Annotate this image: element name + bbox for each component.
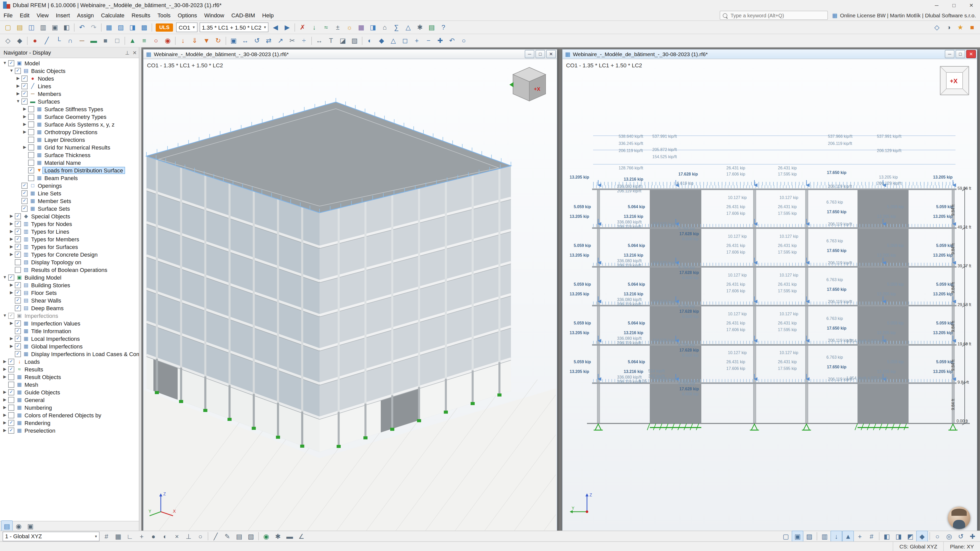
scale-objects-button[interactable]: ↗ <box>275 35 286 46</box>
move-objects-button[interactable]: ↔ <box>239 35 251 46</box>
tree-item-general[interactable]: ▶▦General <box>0 396 139 403</box>
printout-report-button[interactable]: ▣ <box>49 22 61 33</box>
tree-expander[interactable]: ▶ <box>22 145 27 149</box>
rotate-objects-button[interactable]: ↺ <box>251 35 263 46</box>
new-model-button[interactable]: ▢ <box>2 22 14 33</box>
show-results-button[interactable]: ≈ <box>320 22 332 33</box>
tree-checkbox[interactable]: ✓ <box>21 75 27 81</box>
tree-checkbox[interactable] <box>28 159 34 165</box>
show-numbering-button[interactable]: # <box>865 530 877 542</box>
help-button[interactable]: ? <box>438 22 449 33</box>
show-grid-button[interactable]: ▦ <box>112 530 124 542</box>
new-polyline-button[interactable]: └ <box>52 35 64 46</box>
tree-item-surface-stiffness-types[interactable]: ▶▦Surface Stiffness Types <box>0 105 139 113</box>
result-diagrams-button[interactable]: ± <box>332 22 344 33</box>
tree-item-nodes[interactable]: ▶✓●Nodes <box>0 75 139 82</box>
tree-checkbox[interactable] <box>8 404 14 410</box>
tree-checkbox[interactable]: ✓ <box>21 98 27 104</box>
tree-expander[interactable]: ▶ <box>2 428 8 433</box>
tree-item-building-model[interactable]: ▼✓▣Building Model <box>0 273 139 281</box>
navigator-camera-tab-button[interactable]: ▣ <box>24 520 36 532</box>
tree-item-members[interactable]: ▶✓─Members <box>0 90 139 97</box>
snap-nodes-button[interactable]: ● <box>148 530 159 542</box>
tree-checkbox[interactable] <box>8 374 14 380</box>
tree-expander[interactable]: ▶ <box>9 237 14 241</box>
units-settings-button[interactable]: ◇ <box>931 22 943 33</box>
tree-item-shear-walls[interactable]: ✓▤Shear Walls <box>0 297 139 304</box>
control-panel-button[interactable]: ◨ <box>367 22 379 33</box>
load-combination-select[interactable]: CO1 ▾ <box>176 22 197 32</box>
tree-expander[interactable]: ▼ <box>2 313 8 318</box>
tree-checkbox[interactable]: ✓ <box>15 282 21 288</box>
tree-expander[interactable]: ▶ <box>9 221 14 226</box>
menu-results[interactable]: Results <box>128 11 154 19</box>
tree-checkbox[interactable] <box>15 267 21 273</box>
tree-expander[interactable]: ▼ <box>15 99 21 103</box>
menu-edit[interactable]: Edit <box>16 11 33 19</box>
tree-item-title-information[interactable]: ✓▦Title Information <box>0 327 139 335</box>
user-defined-view-button[interactable]: ◆ <box>375 35 387 46</box>
tree-checkbox[interactable]: ✓ <box>15 289 21 295</box>
new-surface-button[interactable]: ▬ <box>88 35 100 46</box>
tree-expander[interactable]: ▶ <box>9 283 14 287</box>
tree-item-display-imperfections-in-load-cases-combi[interactable]: ✓▦Display Imperfections in Load Cases & … <box>0 350 139 358</box>
tree-expander[interactable]: ▼ <box>2 61 8 65</box>
zoom-selection-button[interactable]: ◎ <box>943 530 955 542</box>
menu-options[interactable]: Options <box>174 11 200 19</box>
close-icon[interactable]: ✕ <box>132 50 137 56</box>
cartesian-snap-button[interactable]: + <box>136 530 148 542</box>
tree-checkbox[interactable] <box>28 137 34 143</box>
nodal-load-button[interactable]: ↓ <box>177 35 189 46</box>
tree-checkbox[interactable]: ✓ <box>21 183 27 189</box>
line-support-button[interactable]: ≡ <box>138 35 150 46</box>
sum-results-button[interactable]: ∑ <box>390 22 402 33</box>
uls-design-situation-badge[interactable]: ULS <box>156 23 173 32</box>
tree-item-member-sets[interactable]: ✓▦Member Sets <box>0 197 139 205</box>
child-minimize-button[interactable]: ─ <box>525 50 535 58</box>
calculator-button[interactable]: ▤ <box>426 22 438 33</box>
combination-formula-select[interactable]: 1.35 * LC1 + 1.50 * LC2 ▾ <box>199 22 269 32</box>
tree-item-imperfections[interactable]: ▼✓▣Imperfections <box>0 312 139 319</box>
print-graphic-button[interactable]: ▥ <box>37 22 49 33</box>
section-view-button[interactable]: ◪ <box>337 35 348 46</box>
tree-checkbox[interactable]: ✓ <box>15 244 21 250</box>
tree-checkbox[interactable]: ✓ <box>15 228 21 234</box>
tree-expander[interactable]: ▶ <box>9 290 14 295</box>
tree-expander[interactable]: ▶ <box>2 375 8 379</box>
tree-expander[interactable]: ▶ <box>9 245 14 249</box>
tree-item-types-for-nodes[interactable]: ▶✓▥Types for Nodes <box>0 220 139 227</box>
new-arc-button[interactable]: ∩ <box>64 35 76 46</box>
tree-expander[interactable]: ▶ <box>9 252 14 257</box>
render-transparent-button[interactable]: ▨ <box>803 530 815 542</box>
minimize-button[interactable]: ─ <box>928 0 945 10</box>
menu-window[interactable]: Window <box>200 11 228 19</box>
background-layers-button[interactable]: ▧ <box>245 530 257 542</box>
tree-expander[interactable]: ▶ <box>22 114 27 119</box>
child-minimize-button[interactable]: ─ <box>945 50 955 58</box>
visibilities-button[interactable]: ◐ <box>364 35 375 46</box>
pan-button[interactable]: ✚ <box>967 530 978 542</box>
open-model-button[interactable]: ▤ <box>14 22 25 33</box>
zoom-in-button[interactable]: + <box>411 35 423 46</box>
tree-expander[interactable]: ▶ <box>9 229 14 233</box>
isometric-view-button[interactable]: △ <box>387 35 399 46</box>
zoom-window-button[interactable]: ◻ <box>399 35 411 46</box>
tree-item-deep-beams[interactable]: ✓▤Deep Beams <box>0 304 139 312</box>
tree-item-special-objects[interactable]: ▶✓◆Special Objects <box>0 212 139 220</box>
tree-checkbox[interactable] <box>28 175 34 181</box>
new-node-button[interactable]: ● <box>29 35 41 46</box>
object-snap-button[interactable]: ◉ <box>260 530 272 542</box>
tree-item-colors-of-rendered-objects-by[interactable]: ▶▦Colors of Rendered Objects by <box>0 411 139 419</box>
view-in-z-button[interactable]: ◩ <box>904 530 916 542</box>
new-member-button[interactable]: ─ <box>76 35 88 46</box>
tree-expander[interactable]: ▶ <box>2 390 8 394</box>
ortho-mode-button[interactable]: ∟ <box>124 530 136 542</box>
tree-item-grid-for-numerical-results[interactable]: ▶▦Grid for Numerical Results <box>0 143 139 151</box>
tree-item-mesh[interactable]: ▦Mesh <box>0 381 139 388</box>
pin-icon[interactable]: ⊥ <box>125 50 129 56</box>
undo-button[interactable]: ↶ <box>76 22 88 33</box>
guidelines-button[interactable]: ╱ <box>210 530 221 542</box>
tree-item-surface-thickness[interactable]: ▦Surface Thickness <box>0 151 139 159</box>
calculation-settings-button[interactable]: ✱ <box>414 22 426 33</box>
delete-results-button[interactable]: ✗ <box>297 22 308 33</box>
